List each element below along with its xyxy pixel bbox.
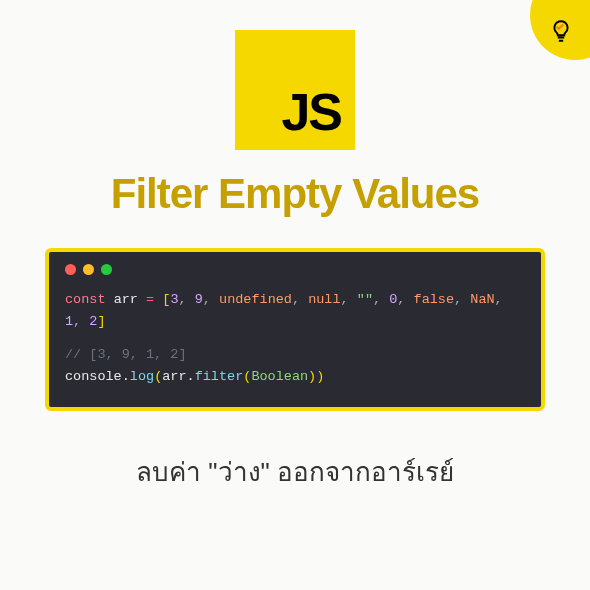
console-obj: console — [65, 369, 122, 384]
minimize-icon — [83, 264, 94, 275]
arr-ref: arr — [162, 369, 186, 384]
num-1: 1 — [65, 314, 73, 329]
comma: , — [341, 292, 349, 307]
null-val: null — [308, 292, 340, 307]
window-controls — [65, 264, 525, 275]
log-method: log — [130, 369, 154, 384]
op-eq: = — [146, 292, 154, 307]
comma: , — [454, 292, 462, 307]
js-logo-text: JS — [281, 82, 341, 142]
js-logo: JS — [235, 30, 355, 150]
comma: , — [73, 314, 81, 329]
var-arr: arr — [114, 292, 138, 307]
paren-close: ) — [316, 369, 324, 384]
empty-string: "" — [357, 292, 373, 307]
dot: . — [122, 369, 130, 384]
corner-badge — [530, 0, 590, 60]
code-line-2: console.log(arr.filter(Boolean)) — [65, 366, 525, 388]
comma: , — [203, 292, 211, 307]
false-val: false — [414, 292, 455, 307]
code-line-1: const arr = [3, 9, undefined, null, "", … — [65, 289, 525, 332]
paren-close2: ) — [308, 369, 316, 384]
maximize-icon — [101, 264, 112, 275]
page-title: Filter Empty Values — [0, 170, 590, 218]
bulb-icon — [548, 18, 574, 49]
undefined-val: undefined — [219, 292, 292, 307]
caption: ลบค่า "ว่าง" ออกจากอาร์เรย์ — [0, 451, 590, 492]
bracket-close: ] — [97, 314, 105, 329]
dot: . — [187, 369, 195, 384]
close-icon — [65, 264, 76, 275]
comma: , — [373, 292, 381, 307]
keyword-const: const — [65, 292, 106, 307]
filter-method: filter — [195, 369, 244, 384]
boolean-builtin: Boolean — [251, 369, 308, 384]
comma: , — [397, 292, 405, 307]
code-comment: // [3, 9, 1, 2] — [65, 344, 525, 366]
nan-val: NaN — [470, 292, 494, 307]
num-9: 9 — [195, 292, 203, 307]
comma: , — [178, 292, 186, 307]
comma: , — [292, 292, 300, 307]
code-window: const arr = [3, 9, undefined, null, "", … — [45, 248, 545, 411]
comma: , — [495, 292, 503, 307]
